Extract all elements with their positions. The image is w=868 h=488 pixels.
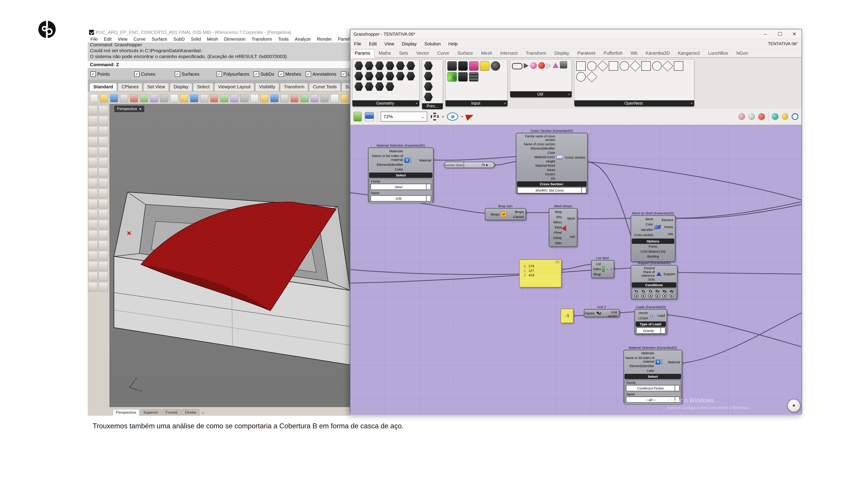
- hex-icon[interactable]: [385, 61, 395, 70]
- stool-icon[interactable]: [88, 209, 98, 219]
- output-port[interactable]: Load: [653, 314, 665, 318]
- display-blue-icon[interactable]: [792, 113, 798, 120]
- dropdown-button[interactable]: [426, 184, 431, 190]
- input-port[interactable]: Dir: [517, 177, 555, 180]
- vptab-frontal[interactable]: Frontal: [162, 409, 181, 416]
- input-port[interactable]: Wrap: [592, 272, 601, 276]
- input-port[interactable]: MRes: [550, 221, 562, 224]
- rtool-icon[interactable]: [341, 94, 348, 102]
- panel-icon[interactable]: [480, 61, 489, 71]
- filter-annotations[interactable]: ✓Annotations: [306, 71, 336, 77]
- input-port[interactable]: Color: [369, 167, 403, 171]
- hex-icon[interactable]: [365, 82, 374, 91]
- filter-points[interactable]: ✓Points: [90, 71, 110, 77]
- select-bar[interactable]: Select: [625, 374, 681, 379]
- rtool-icon[interactable]: [311, 94, 318, 102]
- new-document-icon[interactable]: [353, 112, 362, 121]
- number-slider[interactable]: Number Slider 75 ◆: [444, 162, 495, 168]
- hex-icon[interactable]: [406, 61, 415, 70]
- ghtab-transform[interactable]: Transform: [522, 50, 550, 57]
- input-port[interactable]: Color: [624, 369, 654, 372]
- menu-render[interactable]: Render: [317, 37, 332, 42]
- oshape-icon[interactable]: [597, 61, 608, 72]
- checkbox-icon[interactable]: ✓: [90, 71, 96, 77]
- stool-icon[interactable]: [88, 261, 98, 271]
- hex-icon[interactable]: [354, 72, 363, 80]
- colour-swatch-icon[interactable]: [447, 72, 457, 82]
- checkbox-icon[interactable]: ✓: [134, 71, 140, 77]
- rtool-icon[interactable]: [150, 94, 158, 102]
- ghtab-display[interactable]: Display: [550, 50, 573, 57]
- hex-icon[interactable]: [375, 82, 384, 91]
- stool-icon[interactable]: [88, 272, 98, 281]
- output-port[interactable]: Unit vector: [601, 310, 617, 318]
- ghtab-sets[interactable]: Sets: [395, 50, 412, 57]
- gh-menu-file[interactable]: File: [354, 41, 361, 46]
- stool-icon[interactable]: [98, 105, 108, 115]
- checkbox-icon[interactable]: ✓: [306, 71, 311, 77]
- rtool-icon[interactable]: [281, 94, 288, 102]
- rtool-icon[interactable]: [110, 94, 118, 102]
- ghtab-lunchbox[interactable]: LunchBox: [704, 50, 733, 57]
- input-port[interactable]: Plane of reference: [631, 270, 655, 278]
- filter-subds[interactable]: ✓SubDs: [254, 71, 274, 77]
- rtool-icon[interactable]: [180, 94, 188, 102]
- tab-viewport-layout[interactable]: Viewport Layout: [214, 83, 254, 91]
- menu-mesh[interactable]: Mesh: [207, 37, 218, 42]
- radio-icon[interactable]: [670, 294, 674, 298]
- stool-icon[interactable]: [98, 220, 108, 229]
- rtool-icon[interactable]: [220, 94, 228, 102]
- relay-icon[interactable]: [524, 63, 529, 68]
- tab-surface-tools[interactable]: Surface Tools: [342, 83, 351, 91]
- stool-icon[interactable]: [98, 158, 108, 167]
- stool-icon[interactable]: [88, 158, 98, 167]
- stool-icon[interactable]: [98, 282, 108, 292]
- radio-icon[interactable]: [662, 294, 667, 298]
- gh-menu-edit[interactable]: Edit: [369, 41, 377, 46]
- stool-icon[interactable]: [98, 126, 108, 136]
- ghtab-mesh[interactable]: Mesh: [477, 50, 496, 57]
- display-teal-icon[interactable]: [772, 113, 778, 120]
- family-dropdown[interactable]: Steel: [370, 184, 431, 190]
- stool-icon[interactable]: [88, 240, 98, 250]
- palette-geometry-bar[interactable]: Geometry▾: [352, 100, 419, 106]
- rtool-icon[interactable]: [170, 94, 178, 102]
- rtool-icon[interactable]: [320, 94, 329, 102]
- checkbox-icon[interactable]: ✓: [254, 71, 259, 77]
- rtool-icon[interactable]: [230, 94, 238, 102]
- dof-tz[interactable]: Tz: [647, 289, 654, 298]
- bifocals-icon[interactable]: [560, 61, 567, 68]
- ghtab-intersect[interactable]: Intersect: [496, 50, 522, 57]
- input-port[interactable]: List: [592, 262, 601, 266]
- input-port[interactable]: Color: [517, 151, 555, 155]
- hex-icon[interactable]: [375, 61, 384, 70]
- options-bar[interactable]: Options: [632, 238, 674, 244]
- menu-transform[interactable]: Transform: [252, 37, 272, 42]
- input-port[interactable]: LCase: [636, 316, 648, 320]
- gh-menu-help[interactable]: Help: [448, 41, 458, 46]
- oshape-icon[interactable]: [576, 72, 586, 82]
- oshape-icon[interactable]: [641, 61, 651, 71]
- value-panel[interactable]: -.5: [561, 308, 574, 323]
- display-yellow-icon[interactable]: [782, 113, 788, 120]
- button-icon[interactable]: [458, 61, 468, 71]
- support-component[interactable]: Support (Karamba3D) Pos|Ind Plane of ref…: [631, 265, 677, 299]
- menu-file[interactable]: File: [90, 37, 98, 42]
- tab-curve-tools[interactable]: Curve Tools: [309, 83, 340, 91]
- display-mesh-icon[interactable]: [748, 113, 755, 120]
- type-of-load-bar[interactable]: Type of Load:: [636, 322, 666, 327]
- input-port[interactable]: Pos|Ind: [631, 266, 655, 270]
- menu-dimension[interactable]: Dimension: [224, 37, 245, 42]
- menu-panels[interactable]: Panels: [338, 37, 352, 42]
- rhino-titlebar[interactable]: PUC_ARQ_EP_ENC_CONCERTO_R01 FINAL (535 M…: [88, 29, 351, 36]
- input-port[interactable]: SIter: [550, 241, 562, 245]
- oshape-icon[interactable]: [674, 61, 683, 71]
- ghtab-curve[interactable]: Curve: [433, 50, 453, 57]
- input-port[interactable]: Materials: [624, 351, 654, 355]
- input-port[interactable]: Vector: [636, 311, 648, 315]
- command-input[interactable]: Command: Z: [88, 61, 351, 68]
- slider-icon[interactable]: [447, 61, 457, 71]
- select-bar[interactable]: Select: [369, 173, 432, 178]
- stool-icon[interactable]: [98, 230, 108, 240]
- menu-tools[interactable]: Tools: [278, 37, 289, 42]
